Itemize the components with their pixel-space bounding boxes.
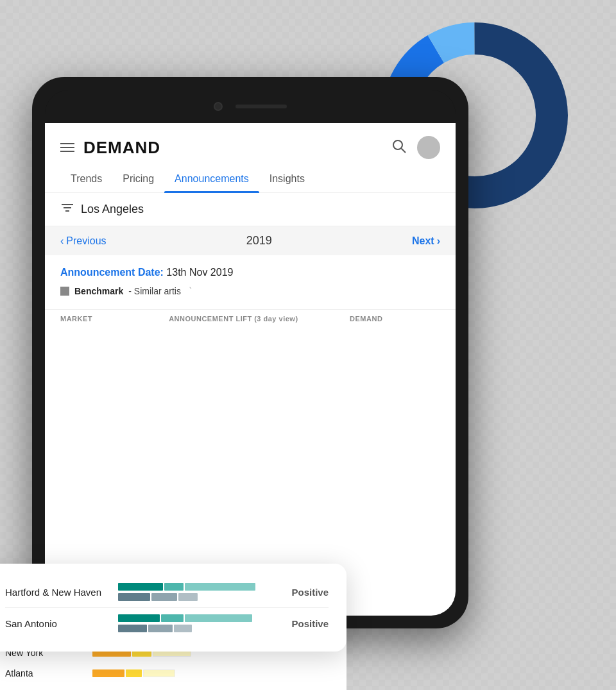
market-name: Atlanta — [5, 668, 82, 678]
bar-group — [118, 614, 273, 632]
bar-group — [118, 583, 273, 601]
benchmark-row: Benchmark - Similar artis ˋ — [60, 286, 440, 296]
previous-year-button[interactable]: ‹ Previous — [60, 235, 107, 247]
announcement-date: Announcement Date: 13th Nov 2019 — [60, 267, 440, 278]
table-header: MARKET ANNOUNCEMENT LIFT (3 day view) DE… — [45, 309, 456, 328]
camera-bar — [45, 90, 456, 123]
svg-point-3 — [393, 140, 402, 149]
benchmark-desc: - Similar artis — [128, 286, 181, 296]
current-year: 2019 — [246, 234, 272, 248]
col-header-market: MARKET — [60, 315, 169, 323]
bar-row-bottom — [118, 593, 273, 601]
tab-announcements[interactable]: Announcements — [164, 165, 259, 192]
bar-seg-3 — [185, 614, 252, 622]
bar-seg-4 — [118, 593, 150, 601]
dropdown-indicator: ˋ — [189, 286, 193, 296]
bar-row-top — [118, 614, 273, 622]
bar-seg-3 — [185, 583, 255, 591]
tab-pricing[interactable]: Pricing — [112, 165, 164, 192]
bar-seg-6 — [178, 593, 198, 601]
app-title: DEMAND — [83, 138, 160, 158]
svg-line-4 — [402, 149, 406, 153]
bar-seg-6 — [174, 625, 192, 632]
next-label: Next — [412, 235, 434, 247]
col-header-demand: DEMAND — [350, 315, 440, 323]
market-name: Hartford & New Haven — [5, 587, 108, 598]
bar-group — [92, 669, 329, 677]
speaker-bar — [235, 105, 287, 108]
bar-seg-4 — [118, 625, 147, 632]
camera-dot — [214, 102, 223, 111]
nav-tabs: Trends Pricing Announcements Insights — [45, 165, 456, 193]
phone-screen: DEMAND Trends Pricing Announcements — [45, 123, 456, 616]
announcement-date-value: 13th Nov 2019 — [166, 267, 233, 278]
table-row: San Antonio Positive — [5, 607, 329, 639]
bar-seg-2 — [161, 614, 184, 622]
chevron-right-icon: › — [437, 235, 440, 247]
bar-seg-1 — [118, 614, 160, 622]
tab-insights[interactable]: Insights — [259, 165, 315, 192]
next-year-button[interactable]: Next › — [412, 235, 440, 247]
data-card: Hartford & New Haven Positive San Antoni… — [0, 564, 346, 652]
benchmark-label: Benchmark — [74, 286, 123, 296]
announcement-section: Announcement Date: 13th Nov 2019 Benchma… — [45, 255, 456, 309]
app-header: DEMAND — [45, 123, 456, 165]
bar-seg-5 — [151, 593, 177, 601]
table-row: Hartford & New Haven Positive — [5, 576, 329, 607]
bar-row-bottom — [118, 625, 273, 632]
year-navigation: ‹ Previous 2019 Next › — [45, 226, 456, 255]
search-icon[interactable] — [391, 139, 407, 156]
col-header-lift: ANNOUNCEMENT LIFT (3 day view) — [169, 315, 350, 323]
previous-label: Previous — [66, 235, 106, 247]
bar-seg-2 — [164, 583, 184, 591]
bar-seg-5 — [148, 625, 173, 632]
filter-icon — [60, 202, 74, 217]
bar-row-top — [118, 583, 273, 591]
filter-row: Los Angeles — [45, 193, 456, 226]
chevron-left-icon: ‹ — [60, 235, 64, 247]
demand-status: Positive — [284, 618, 329, 629]
phone-shell: DEMAND Trends Pricing Announcements — [32, 77, 468, 628]
announcement-date-label: Announcement Date: — [60, 267, 164, 278]
bar-row — [92, 669, 329, 677]
avatar[interactable] — [417, 136, 440, 159]
tab-trends[interactable]: Trends — [60, 165, 112, 192]
benchmark-icon — [60, 287, 69, 296]
demand-status: Positive — [284, 587, 329, 598]
market-name: San Antonio — [5, 618, 108, 629]
bar-seg-1 — [118, 583, 163, 591]
hamburger-menu-icon[interactable] — [60, 143, 74, 152]
filter-location: Los Angeles — [81, 203, 144, 216]
table-row: Atlanta — [5, 663, 329, 684]
